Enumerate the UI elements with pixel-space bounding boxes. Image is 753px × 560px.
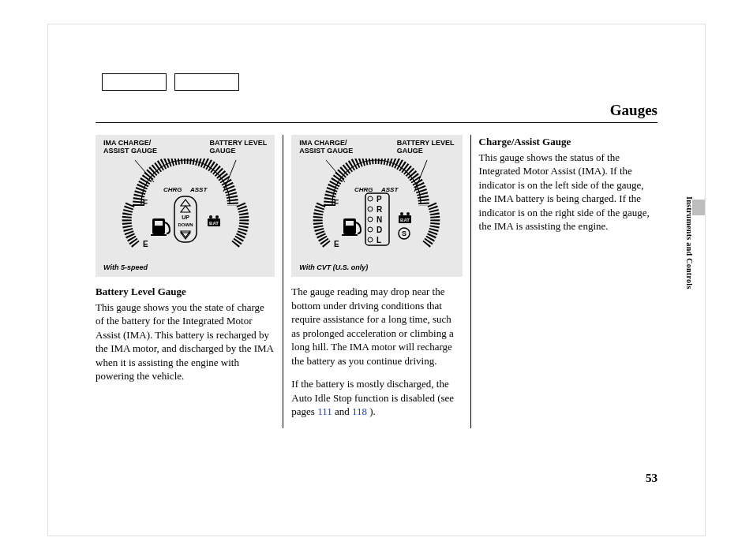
gauge-diagram-5speed: IMA CHARGE/ ASSIST GAUGE BATTERY LEVEL G… [96,135,275,277]
svg-point-9 [209,215,212,218]
svg-text:L: L [376,236,381,245]
svg-marker-14 [181,200,190,206]
svg-point-39 [368,207,373,211]
svg-point-45 [368,237,373,242]
page-link-111[interactable]: 111 [317,405,332,417]
placeholder-box [174,73,239,91]
body-text: The gauge reading may drop near the bott… [291,285,462,368]
battery-icon: BAT [399,212,411,223]
s-mode-icon: S [399,228,410,239]
page-title: Gauges [610,102,657,118]
diagram-label-ima: IMA CHARGE/ ASSIST GAUGE [299,140,353,155]
svg-text:N: N [376,215,382,224]
svg-text:UP: UP [182,215,189,220]
svg-text:D: D [376,226,382,234]
svg-point-43 [368,227,373,232]
battery-icon: BAT [208,215,220,226]
fuel-pump-icon [151,218,170,236]
page-link-118[interactable]: 118 [352,405,367,417]
page-header: Gauges [96,102,657,123]
svg-line-0 [135,160,154,182]
gauge-cluster-icon: CHRG ASST F E [107,159,264,261]
diagram-label-battery: BATTERY LEVEL GAUGE [209,140,267,155]
svg-text:F: F [143,199,148,207]
svg-text:F: F [334,199,339,207]
top-placeholder-boxes [102,73,239,91]
svg-text:E: E [143,240,148,248]
svg-rect-28 [346,221,354,226]
svg-rect-7 [155,221,163,226]
section-label: Instruments and Controls [685,196,694,289]
column-3: Charge/Assist Gauge This gauge shows the… [470,135,657,428]
body-text: If the battery is mostly discharged, the… [291,377,462,419]
manual-page: Gauges IMA CHARGE/ ASSIST GAUGE BATTERY … [47,24,706,536]
svg-point-31 [406,212,410,215]
svg-text:ASST: ASST [189,186,208,193]
body-text: This gauge shows you the state of charge… [96,301,275,383]
section-tab [692,200,705,215]
svg-point-37 [368,196,373,201]
column-2: IMA CHARGE/ ASSIST GAUGE BATTERY LEVEL G… [283,135,470,428]
svg-point-10 [215,215,219,218]
gauge-cluster-icon: CHRG ASST F E BAT [298,159,455,261]
body-text: This gauge shows the status of the Integ… [479,151,657,233]
section-title-battery: Battery Level Gauge [96,285,275,299]
svg-point-41 [368,217,373,222]
svg-text:R: R [376,205,383,214]
diagram-caption: With CVT (U.S. only) [299,263,368,272]
content-columns: IMA CHARGE/ ASSIST GAUGE BATTERY LEVEL G… [96,135,657,428]
svg-point-30 [400,212,403,215]
svg-marker-15 [181,206,190,212]
svg-rect-8 [151,234,167,236]
column-1: IMA CHARGE/ ASSIST GAUGE BATTERY LEVEL G… [96,135,283,428]
gauge-diagram-cvt: IMA CHARGE/ ASSIST GAUGE BATTERY LEVEL G… [291,135,462,277]
svg-rect-29 [342,234,358,236]
diagram-label-battery: BATTERY LEVEL GAUGE [397,140,455,155]
section-title-charge-assist: Charge/Assist Gauge [479,135,657,149]
svg-text:BAT: BAT [209,221,219,226]
svg-text:ASST: ASST [380,186,399,193]
diagram-label-ima: IMA CHARGE/ ASSIST GAUGE [103,140,157,155]
svg-text:E: E [334,240,339,248]
placeholder-box [102,73,167,91]
svg-text:P: P [376,195,382,203]
page-number: 53 [646,472,657,485]
diagram-caption: With 5-speed [103,263,148,272]
svg-text:CHRG: CHRG [354,186,373,193]
svg-line-21 [326,160,345,182]
fuel-pump-icon [342,218,361,236]
svg-text:S: S [402,230,406,237]
svg-text:CHRG: CHRG [163,186,182,193]
svg-text:BAT: BAT [400,218,410,222]
